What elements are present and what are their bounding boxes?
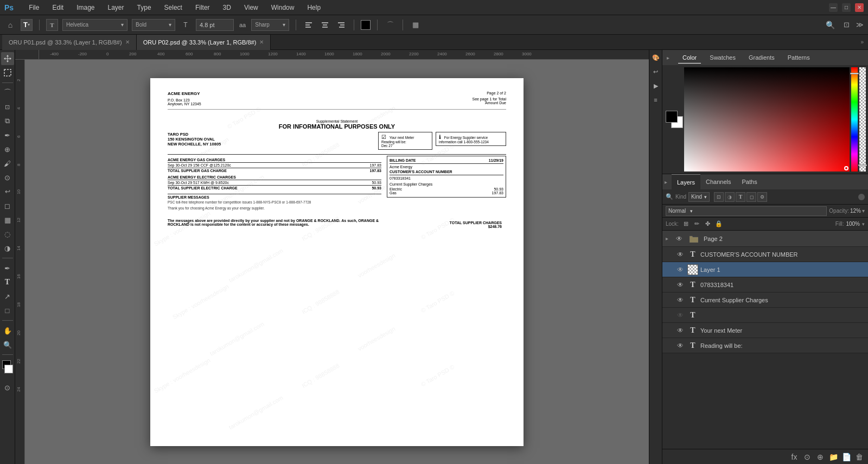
layer-vis-5[interactable]: 👁 <box>675 326 685 335</box>
filter-pixel-button[interactable]: ⊡ <box>714 192 724 202</box>
history-icon[interactable]: ↩ <box>650 66 661 77</box>
font-family-dropdown[interactable]: Helvetica▾ <box>62 19 127 31</box>
character-panels-button[interactable]: ▦ <box>410 19 422 31</box>
lock-position-button[interactable]: ✤ <box>704 220 712 228</box>
lock-artboard-button[interactable]: 🔒 <box>714 220 723 228</box>
maximize-button[interactable]: □ <box>842 3 851 12</box>
color-tab[interactable]: Color <box>678 52 701 63</box>
warp-text-button[interactable]: ⌒ <box>384 19 396 31</box>
layer-item-current-charges[interactable]: 👁 T Current Supplier Charges <box>662 293 868 308</box>
opacity-value[interactable]: 12% <box>850 208 861 214</box>
alpha-slider[interactable] <box>859 67 866 171</box>
gradients-tab[interactable]: Gradients <box>744 52 779 63</box>
new-layer-button[interactable]: 📄 <box>841 452 852 462</box>
gradient-tool[interactable]: ▦ <box>1 213 14 226</box>
layer-item-account-num[interactable]: 👁 T 0783318341 <box>662 277 868 293</box>
fill-value[interactable]: 100% <box>846 221 860 227</box>
add-mask-button[interactable]: ⊙ <box>802 452 813 462</box>
paths-tab[interactable]: Paths <box>737 174 763 189</box>
eraser-tool[interactable]: ◻ <box>1 199 14 212</box>
patterns-tab[interactable]: Patterns <box>783 52 814 63</box>
type-tool[interactable]: T <box>1 276 14 289</box>
tab-oru-p01-close[interactable]: ✕ <box>125 39 130 45</box>
layers-tab[interactable]: Layers <box>672 174 700 189</box>
shape-tool[interactable]: □ <box>1 304 14 317</box>
menu-type[interactable]: Type <box>135 3 154 12</box>
properties-icon[interactable]: ≡ <box>650 94 661 105</box>
layers-panel-collapse[interactable]: ▸ <box>665 179 667 185</box>
layout-icon[interactable]: ⊡ <box>844 21 850 29</box>
layer-item-layer1[interactable]: 👁 Layer 1 <box>662 262 868 277</box>
healing-tool[interactable]: ⊕ <box>1 143 14 156</box>
zoom-tool[interactable]: 🔍 <box>1 338 14 351</box>
menu-view[interactable]: View <box>242 3 260 12</box>
layer-vis-4[interactable]: 👁 <box>675 310 685 320</box>
menu-help[interactable]: Help <box>305 3 323 12</box>
tab-oru-p01[interactable]: ORU P01.psd @ 33.3% (Layer 1, RGB/8#) ✕ <box>2 35 137 50</box>
lock-pixels-button[interactable]: ✏ <box>693 220 701 228</box>
menu-file[interactable]: File <box>27 3 41 12</box>
filter-smart-button[interactable]: ⚙ <box>757 192 767 202</box>
new-fill-button[interactable]: ⊕ <box>815 452 826 462</box>
menu-select[interactable]: Select <box>162 3 184 12</box>
path-select-tool[interactable]: ↗ <box>1 290 14 303</box>
color-swatches[interactable] <box>1 360 14 376</box>
menu-image[interactable]: Image <box>74 3 97 12</box>
text-color-swatch[interactable] <box>361 20 371 30</box>
new-group-button[interactable]: 📁 <box>828 452 839 462</box>
font-style-dropdown[interactable]: Bold▾ <box>132 19 175 31</box>
font-size-input[interactable]: 4.8 pt <box>196 19 234 31</box>
fill-dropdown[interactable]: ▾ <box>862 221 865 227</box>
tab-oru-p02-close[interactable]: ✕ <box>259 39 264 45</box>
background-color[interactable] <box>4 365 13 373</box>
filter-toggle[interactable] <box>858 194 865 200</box>
search-icon[interactable]: 🔍 <box>826 21 835 29</box>
quick-mask-button[interactable]: ⊙ <box>1 381 14 394</box>
minimize-button[interactable]: — <box>829 3 838 12</box>
more-icon[interactable]: ≫ <box>856 21 864 29</box>
tab-collapse-arrow[interactable]: » <box>860 39 864 45</box>
layer-item-next-meter[interactable]: 👁 T Your next Meter <box>662 323 868 338</box>
filter-type-button[interactable]: T <box>736 192 745 202</box>
lasso-tool[interactable]: ⌒ <box>1 86 14 99</box>
color-panel-collapse[interactable]: ▸ <box>667 55 669 61</box>
move-tool[interactable] <box>1 52 14 65</box>
color-gradient-area[interactable] <box>684 67 850 171</box>
aa-method-dropdown[interactable]: Sharp▾ <box>251 19 289 31</box>
hue-slider[interactable] <box>851 67 858 171</box>
filter-adjust-button[interactable]: ◑ <box>725 192 735 202</box>
crop-tool[interactable]: ⧉ <box>1 115 14 128</box>
home-icon[interactable]: ⌂ <box>4 19 16 31</box>
add-style-button[interactable]: fx <box>789 452 800 462</box>
actions-icon[interactable]: ▶ <box>650 80 661 91</box>
close-button[interactable]: ✕ <box>855 3 864 12</box>
channels-tab[interactable]: Channels <box>700 174 736 189</box>
menu-window[interactable]: Window <box>269 3 297 12</box>
marquee-tool[interactable] <box>1 66 14 79</box>
layer-vis-1[interactable]: 👁 <box>675 265 685 275</box>
layer-vis-0[interactable]: 👁 <box>675 250 685 259</box>
layer-vis-2[interactable]: 👁 <box>675 280 685 290</box>
blend-mode-dropdown[interactable]: Normal▾ <box>666 206 827 216</box>
color-picker[interactable] <box>662 65 868 174</box>
hand-tool[interactable]: ✋ <box>1 324 14 337</box>
lock-transparent-button[interactable]: ⊞ <box>682 220 691 228</box>
opacity-dropdown[interactable]: ▾ <box>862 208 865 214</box>
menu-layer[interactable]: Layer <box>106 3 126 12</box>
filter-search-icon[interactable]: 🔍 <box>666 193 673 200</box>
layer-vis-3[interactable]: 👁 <box>675 295 685 305</box>
pen-tool[interactable]: ✒ <box>1 262 14 275</box>
layer-item-account-number[interactable]: 👁 T CUSTOMER'S ACCOUNT NUMBER <box>662 247 868 262</box>
filter-shape-button[interactable]: ◻ <box>746 192 756 202</box>
layers-list[interactable]: ▸ 👁 Page 2 👁 T <box>662 231 868 449</box>
canvas-main[interactable]: © Taro PSD © voorheesdesign Skype : voor… <box>25 60 649 464</box>
color-sampler-icon[interactable]: 🎨 <box>650 52 661 63</box>
align-center-button[interactable] <box>319 19 331 31</box>
layer-item-empty-text[interactable]: 👁 T <box>662 308 868 323</box>
type-tool-icon[interactable]: T ▾ <box>21 19 33 31</box>
brush-tool[interactable]: 🖌 <box>1 157 14 170</box>
tab-oru-p02[interactable]: ORU P02.psd @ 33.3% (Layer 1, RGB/8#) ✕ <box>137 35 271 50</box>
layer-item-reading[interactable]: 👁 T Reading will be: <box>662 338 868 353</box>
menu-filter[interactable]: Filter <box>193 3 212 12</box>
group-visibility[interactable]: 👁 <box>674 234 684 244</box>
